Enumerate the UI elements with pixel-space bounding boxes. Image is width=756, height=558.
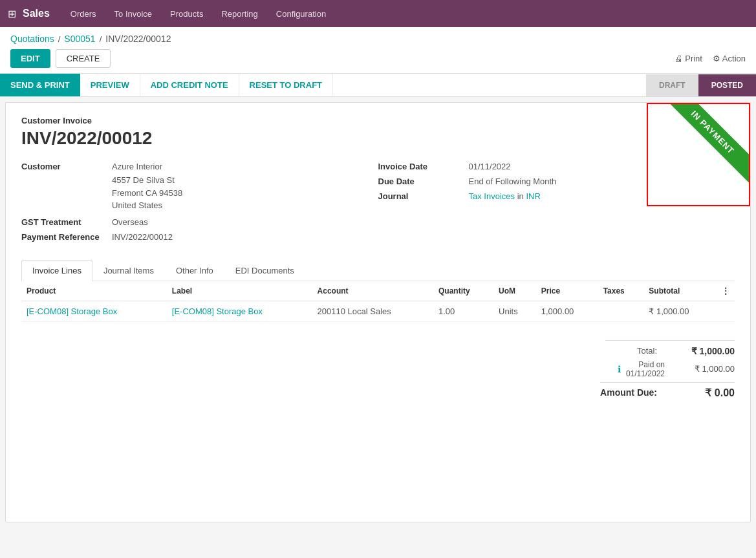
breadcrumb-sep-2: / <box>100 34 102 44</box>
grid-icon[interactable]: ⊞ <box>8 8 16 20</box>
gear-icon: ⚙ <box>713 54 722 63</box>
send-print-button[interactable]: SEND & PRINT <box>0 74 80 96</box>
create-button[interactable]: CREATE <box>56 49 111 68</box>
table-header-row: Product Label Account Quantity UoM Price… <box>21 281 735 301</box>
gst-treatment-row: GST Treatment Overseas <box>21 217 378 227</box>
journal-currency[interactable]: INR <box>526 191 540 201</box>
amount-due-value: ₹ 0.00 <box>670 387 735 399</box>
add-credit-note-button[interactable]: ADD CREDIT NOTE <box>140 74 239 96</box>
invoice-number: INV/2022/00012 <box>21 128 735 149</box>
journal-value: Tax Invoices in INR <box>469 191 541 201</box>
status-posted[interactable]: POSTED <box>698 74 756 96</box>
totals-section: Total: ₹ 1,000.00 ℹ Paid on01/11/2022 ₹ … <box>21 335 735 399</box>
tab-other-info[interactable]: Other Info <box>165 260 224 281</box>
col-header-options: ⋮ <box>717 281 735 301</box>
col-header-account: Account <box>312 281 433 301</box>
app-brand: Sales <box>23 8 50 19</box>
customer-row: Customer Azure Interior <box>21 162 378 171</box>
row-options <box>717 301 735 321</box>
nav-configuration[interactable]: Configuration <box>268 5 334 23</box>
action-button[interactable]: ⚙ Action <box>713 54 746 63</box>
status-bar: SEND & PRINT PREVIEW ADD CREDIT NOTE RES… <box>0 74 756 97</box>
gst-treatment-value: Overseas <box>112 217 148 227</box>
col-header-uom: UoM <box>493 281 536 301</box>
action-bar-right: 🖨 Print ⚙ Action <box>675 54 746 63</box>
payment-reference-row: Payment Reference INV/2022/00012 <box>21 232 378 242</box>
tab-edi-documents[interactable]: EDI Documents <box>224 260 305 281</box>
printer-icon: 🖨 <box>675 54 686 63</box>
paid-value: ₹ 1,000.00 <box>670 364 735 374</box>
total-row: Total: ₹ 1,000.00 <box>637 346 735 356</box>
customer-label: Customer <box>21 162 112 171</box>
tabs: Invoice Lines Journal Items Other Info E… <box>21 260 735 281</box>
action-bar-left: EDIT CREATE <box>10 49 111 68</box>
invoice-date-label: Invoice Date <box>378 162 469 171</box>
journal-in: in <box>517 191 526 201</box>
breadcrumb-sep-1: / <box>58 34 61 44</box>
in-payment-badge: IN PAYMENT <box>663 103 750 182</box>
info-icon[interactable]: ℹ <box>618 364 621 374</box>
table-row: [E-COM08] Storage Box [E-COM08] Storage … <box>21 301 735 321</box>
breadcrumb-quotations[interactable]: Quotations <box>10 34 54 44</box>
row-product: [E-COM08] Storage Box <box>21 301 167 321</box>
address-line3: United States <box>112 199 378 212</box>
col-header-price: Price <box>536 281 598 301</box>
row-price: 1,000.00 <box>536 301 598 321</box>
row-account: 200110 Local Sales <box>312 301 433 321</box>
tab-invoice-lines[interactable]: Invoice Lines <box>21 260 92 281</box>
col-header-subtotal: Subtotal <box>643 281 717 301</box>
row-label: [E-COM08] Storage Box <box>167 301 312 321</box>
gst-treatment-label: GST Treatment <box>21 217 112 227</box>
nav-reporting[interactable]: Reporting <box>213 5 265 23</box>
info-left: Customer Azure Interior 4557 De Silva St… <box>21 162 378 247</box>
breadcrumb-bar: Quotations / S00051 / INV/2022/00012 <box>0 27 756 44</box>
nav-products[interactable]: Products <box>162 5 211 23</box>
col-header-label: Label <box>167 281 312 301</box>
tab-journal-items[interactable]: Journal Items <box>92 260 165 281</box>
status-bar-actions: SEND & PRINT PREVIEW ADD CREDIT NOTE RES… <box>0 74 333 96</box>
main-content: IN PAYMENT Customer Invoice INV/2022/000… <box>5 102 751 522</box>
due-date-label: Due Date <box>378 177 469 186</box>
nav-orders[interactable]: Orders <box>63 5 104 23</box>
in-payment-badge-container: IN PAYMENT <box>647 103 750 206</box>
address-line1: 4557 De Silva St <box>112 174 378 187</box>
row-taxes <box>598 301 644 321</box>
payment-reference-value[interactable]: INV/2022/00012 <box>112 232 173 242</box>
status-draft[interactable]: DRAFT <box>646 74 698 96</box>
action-bar: EDIT CREATE 🖨 Print ⚙ Action <box>0 44 756 74</box>
col-header-quantity: Quantity <box>433 281 493 301</box>
row-quantity: 1.00 <box>433 301 493 321</box>
info-grid: Customer Azure Interior 4557 De Silva St… <box>21 162 735 247</box>
status-bar-states: DRAFT POSTED <box>646 74 756 96</box>
address-line2: Fremont CA 94538 <box>112 187 378 200</box>
due-date-value[interactable]: End of Following Month <box>469 177 557 186</box>
paid-section: ℹ Paid on01/11/2022 ₹ 1,000.00 <box>618 360 735 378</box>
top-menu: Orders To Invoice Products Reporting Con… <box>63 5 334 23</box>
print-button[interactable]: 🖨 Print <box>675 54 702 63</box>
amount-due-label: Amount Due: <box>600 387 657 398</box>
breadcrumb-invoice: INV/2022/00012 <box>105 34 171 44</box>
invoice-type: Customer Invoice <box>21 116 735 125</box>
amount-due-row: Amount Due: ₹ 0.00 <box>600 382 735 399</box>
total-label: Total: <box>637 346 657 356</box>
journal-label: Journal <box>378 191 469 201</box>
row-subtotal: ₹ 1,000.00 <box>643 301 717 321</box>
journal-name[interactable]: Tax Invoices <box>469 191 515 201</box>
edit-button[interactable]: EDIT <box>10 49 50 68</box>
customer-name[interactable]: Azure Interior <box>112 162 162 171</box>
paid-on-label: Paid on01/11/2022 <box>626 360 665 378</box>
nav-to-invoice[interactable]: To Invoice <box>107 5 160 23</box>
preview-button[interactable]: PREVIEW <box>80 74 140 96</box>
invoice-lines-table: Product Label Account Quantity UoM Price… <box>21 281 735 322</box>
row-uom: Units <box>493 301 536 321</box>
payment-reference-label: Payment Reference <box>21 232 112 242</box>
reset-to-draft-button[interactable]: RESET TO DRAFT <box>239 74 333 96</box>
total-separator <box>605 340 735 341</box>
customer-address: 4557 De Silva St Fremont CA 94538 United… <box>112 174 378 212</box>
col-header-taxes: Taxes <box>598 281 644 301</box>
invoice-date-value: 01/11/2022 <box>469 162 511 171</box>
breadcrumb-s00051[interactable]: S00051 <box>64 34 95 44</box>
top-navigation: ⊞ Sales Orders To Invoice Products Repor… <box>0 0 756 27</box>
total-value: ₹ 1,000.00 <box>670 346 735 356</box>
col-header-product: Product <box>21 281 167 301</box>
